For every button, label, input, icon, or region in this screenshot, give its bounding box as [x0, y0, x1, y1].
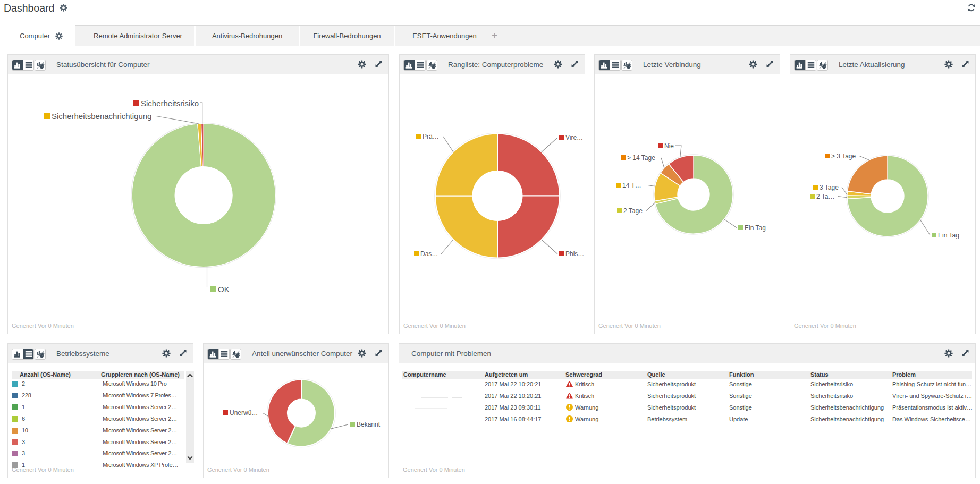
svg-text:14 T…: 14 T… [622, 182, 641, 189]
svg-text:Phis…: Phis… [565, 250, 584, 258]
svg-text:> 14 Tage: > 14 Tage [627, 154, 655, 162]
svg-text:Nie: Nie [664, 142, 674, 150]
svg-text:> 3 Tage: > 3 Tage [831, 152, 856, 160]
svg-text:Unerwü…: Unerwü… [230, 409, 258, 417]
svg-text:Ein Tag: Ein Tag [938, 232, 959, 239]
svg-text:Sicherheitsbenachrichtigung: Sicherheitsbenachrichtigung [52, 112, 151, 121]
svg-text:Bekannt: Bekannt [357, 421, 381, 428]
svg-text:2 Ta…: 2 Ta… [816, 193, 834, 200]
svg-text:Sicherheitsrisiko: Sicherheitsrisiko [141, 99, 199, 108]
svg-text:3 Tage: 3 Tage [820, 184, 839, 191]
svg-text:Prä…: Prä… [423, 133, 439, 140]
svg-text:Vire…: Vire… [565, 134, 583, 141]
svg-text:OK: OK [218, 285, 230, 294]
svg-text:Das…: Das… [420, 250, 438, 258]
svg-text:Ein Tag: Ein Tag [745, 224, 766, 232]
svg-text:2 Tage: 2 Tage [623, 207, 643, 215]
